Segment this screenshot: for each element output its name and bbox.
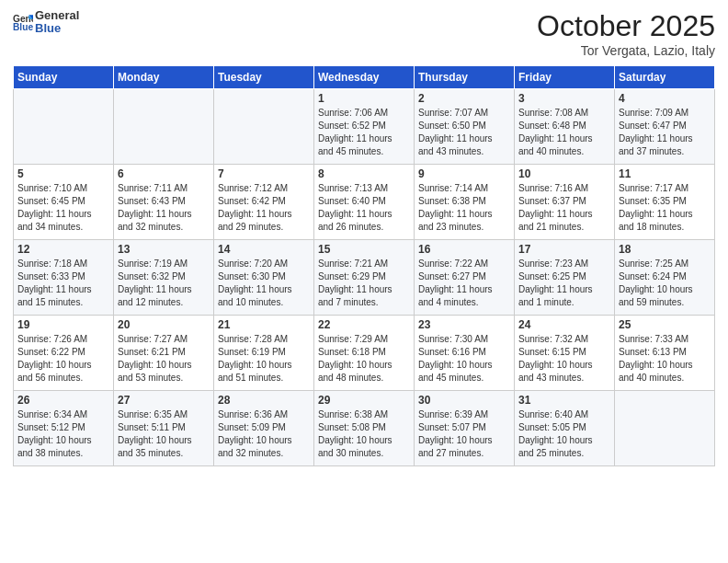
sunrise-label: Sunrise: 7:33 AM — [619, 334, 688, 344]
day-number: 27 — [118, 394, 210, 407]
sunset-label: Sunset: 6:35 PM — [619, 196, 687, 206]
day-info: Sunrise: 7:28 AM Sunset: 6:19 PM Dayligh… — [218, 333, 310, 385]
sunset-label: Sunset: 5:08 PM — [318, 422, 386, 432]
daylight-label: Daylight: 10 hours and 25 minutes. — [518, 435, 593, 458]
sunrise-label: Sunrise: 7:11 AM — [118, 183, 188, 193]
sunset-label: Sunset: 6:29 PM — [318, 271, 386, 282]
table-row: 6 Sunrise: 7:11 AM Sunset: 6:43 PM Dayli… — [114, 165, 214, 240]
day-info: Sunrise: 7:12 AM Sunset: 6:42 PM Dayligh… — [218, 182, 310, 234]
day-number: 26 — [17, 394, 109, 407]
day-number: 18 — [619, 243, 711, 256]
header-row: Sunday Monday Tuesday Wednesday Thursday… — [14, 66, 715, 89]
table-row: 30 Sunrise: 6:39 AM Sunset: 5:07 PM Dayl… — [415, 391, 515, 466]
sunrise-label: Sunrise: 7:17 AM — [619, 183, 688, 193]
day-number: 8 — [318, 167, 410, 180]
table-row: 9 Sunrise: 7:14 AM Sunset: 6:38 PM Dayli… — [415, 165, 515, 240]
sunrise-label: Sunrise: 7:25 AM — [619, 259, 688, 269]
day-info: Sunrise: 7:26 AM Sunset: 6:22 PM Dayligh… — [17, 333, 109, 385]
sunset-label: Sunset: 6:25 PM — [518, 271, 586, 282]
table-row — [615, 391, 715, 466]
col-monday: Monday — [114, 66, 214, 89]
col-friday: Friday — [515, 66, 615, 89]
col-tuesday: Tuesday — [214, 66, 314, 89]
day-info: Sunrise: 7:09 AM Sunset: 6:47 PM Dayligh… — [619, 107, 711, 158]
col-sunday: Sunday — [14, 66, 114, 89]
sunset-label: Sunset: 5:12 PM — [17, 422, 85, 432]
table-row: 24 Sunrise: 7:32 AM Sunset: 6:15 PM Dayl… — [515, 316, 615, 391]
day-number: 20 — [118, 318, 210, 331]
sunset-label: Sunset: 6:42 PM — [218, 196, 286, 206]
daylight-label: Daylight: 10 hours and 45 minutes. — [418, 360, 493, 383]
day-number: 14 — [218, 243, 310, 256]
day-info: Sunrise: 7:07 AM Sunset: 6:50 PM Dayligh… — [418, 107, 510, 158]
day-info: Sunrise: 6:40 AM Sunset: 5:05 PM Dayligh… — [518, 408, 610, 460]
daylight-label: Daylight: 10 hours and 35 minutes. — [118, 435, 192, 458]
sunrise-label: Sunrise: 7:19 AM — [118, 259, 188, 269]
table-row: 28 Sunrise: 6:36 AM Sunset: 5:09 PM Dayl… — [214, 391, 314, 466]
sunrise-label: Sunrise: 7:20 AM — [218, 259, 288, 269]
table-row: 4 Sunrise: 7:09 AM Sunset: 6:47 PM Dayli… — [615, 89, 715, 165]
day-info: Sunrise: 7:13 AM Sunset: 6:40 PM Dayligh… — [318, 182, 410, 234]
calendar-row: 1 Sunrise: 7:06 AM Sunset: 6:52 PM Dayli… — [14, 89, 715, 165]
table-row: 29 Sunrise: 6:38 AM Sunset: 5:08 PM Dayl… — [314, 391, 415, 466]
table-row: 26 Sunrise: 6:34 AM Sunset: 5:12 PM Dayl… — [14, 391, 114, 466]
table-row — [114, 89, 214, 165]
day-number: 15 — [318, 243, 410, 256]
logo-blue-text: Blue — [35, 22, 79, 35]
sunset-label: Sunset: 6:43 PM — [118, 196, 186, 206]
day-info: Sunrise: 7:06 AM Sunset: 6:52 PM Dayligh… — [318, 107, 410, 158]
sunrise-label: Sunrise: 7:10 AM — [17, 183, 87, 193]
sunrise-label: Sunrise: 7:26 AM — [17, 334, 87, 344]
day-number: 30 — [418, 394, 510, 407]
sunset-label: Sunset: 5:09 PM — [218, 422, 286, 432]
day-info: Sunrise: 7:23 AM Sunset: 6:25 PM Dayligh… — [518, 258, 610, 309]
daylight-label: Daylight: 10 hours and 56 minutes. — [17, 360, 92, 383]
sunset-label: Sunset: 6:30 PM — [218, 271, 286, 282]
day-info: Sunrise: 6:36 AM Sunset: 5:09 PM Dayligh… — [218, 408, 310, 460]
day-info: Sunrise: 7:17 AM Sunset: 6:35 PM Dayligh… — [619, 182, 711, 234]
calendar-row: 19 Sunrise: 7:26 AM Sunset: 6:22 PM Dayl… — [14, 316, 715, 391]
day-number: 10 — [518, 167, 610, 180]
daylight-label: Daylight: 10 hours and 53 minutes. — [118, 360, 192, 383]
day-number: 4 — [619, 92, 711, 105]
daylight-label: Daylight: 11 hours and 34 minutes. — [17, 209, 92, 232]
table-row: 11 Sunrise: 7:17 AM Sunset: 6:35 PM Dayl… — [615, 165, 715, 240]
sunset-label: Sunset: 6:47 PM — [619, 121, 687, 131]
day-info: Sunrise: 7:22 AM Sunset: 6:27 PM Dayligh… — [418, 258, 510, 309]
day-info: Sunrise: 7:29 AM Sunset: 6:18 PM Dayligh… — [318, 333, 410, 385]
day-number: 2 — [418, 92, 510, 105]
day-info: Sunrise: 6:35 AM Sunset: 5:11 PM Dayligh… — [118, 408, 210, 460]
table-row: 20 Sunrise: 7:27 AM Sunset: 6:21 PM Dayl… — [114, 316, 214, 391]
table-row: 19 Sunrise: 7:26 AM Sunset: 6:22 PM Dayl… — [14, 316, 114, 391]
daylight-label: Daylight: 11 hours and 32 minutes. — [118, 209, 192, 232]
day-info: Sunrise: 7:33 AM Sunset: 6:13 PM Dayligh… — [619, 333, 711, 385]
table-row: 23 Sunrise: 7:30 AM Sunset: 6:16 PM Dayl… — [415, 316, 515, 391]
day-info: Sunrise: 7:21 AM Sunset: 6:29 PM Dayligh… — [318, 258, 410, 309]
col-saturday: Saturday — [615, 66, 715, 89]
sunset-label: Sunset: 6:50 PM — [418, 121, 486, 131]
day-info: Sunrise: 7:10 AM Sunset: 6:45 PM Dayligh… — [17, 182, 109, 234]
sunset-label: Sunset: 5:05 PM — [518, 422, 586, 432]
sunset-label: Sunset: 6:38 PM — [418, 196, 486, 206]
daylight-label: Daylight: 10 hours and 48 minutes. — [318, 360, 392, 383]
logo: General Blue General Blue — [13, 9, 79, 36]
day-info: Sunrise: 7:14 AM Sunset: 6:38 PM Dayligh… — [418, 182, 510, 234]
day-number: 5 — [17, 167, 109, 180]
day-info: Sunrise: 7:18 AM Sunset: 6:33 PM Dayligh… — [17, 258, 109, 309]
daylight-label: Daylight: 11 hours and 29 minutes. — [218, 209, 292, 232]
logo-general-text: General — [35, 9, 79, 22]
day-number: 6 — [118, 167, 210, 180]
daylight-label: Daylight: 10 hours and 32 minutes. — [218, 435, 292, 458]
table-row — [14, 89, 114, 165]
day-number: 28 — [218, 394, 310, 407]
sunset-label: Sunset: 6:24 PM — [619, 271, 687, 282]
day-info: Sunrise: 7:32 AM Sunset: 6:15 PM Dayligh… — [518, 333, 610, 385]
daylight-label: Daylight: 11 hours and 40 minutes. — [518, 133, 593, 156]
table-row: 16 Sunrise: 7:22 AM Sunset: 6:27 PM Dayl… — [415, 240, 515, 316]
svg-text:Blue: Blue — [13, 23, 33, 33]
day-number: 21 — [218, 318, 310, 331]
table-row: 13 Sunrise: 7:19 AM Sunset: 6:32 PM Dayl… — [114, 240, 214, 316]
table-row: 12 Sunrise: 7:18 AM Sunset: 6:33 PM Dayl… — [14, 240, 114, 316]
sunrise-label: Sunrise: 7:21 AM — [318, 259, 388, 269]
sunrise-label: Sunrise: 7:08 AM — [518, 108, 588, 118]
